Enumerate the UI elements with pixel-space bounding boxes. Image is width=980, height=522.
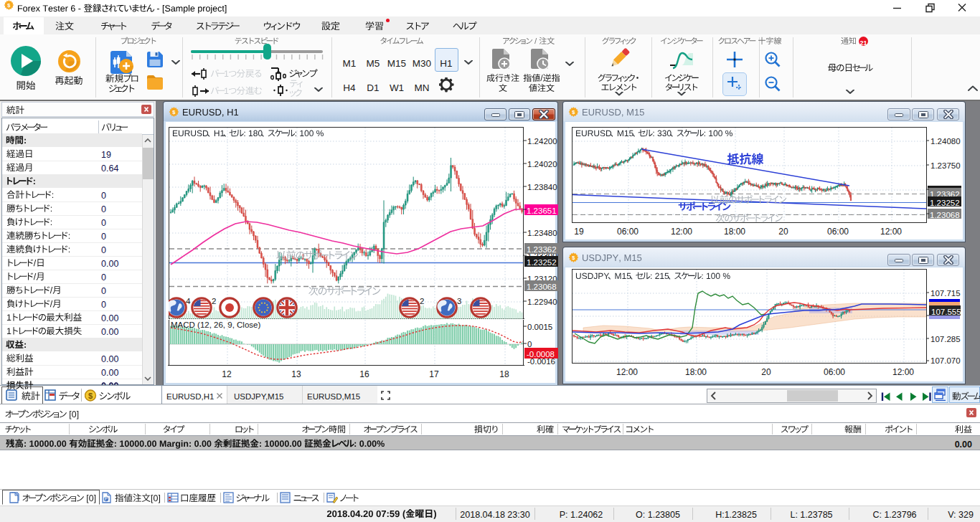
svg-text:$: $ (88, 392, 93, 400)
svg-text:P: P (105, 496, 108, 501)
